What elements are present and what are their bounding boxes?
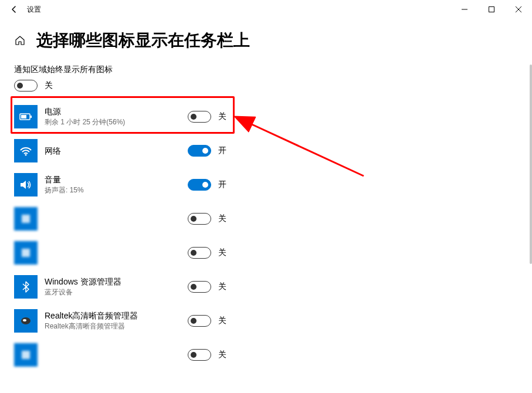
master-toggle-state: 关 [45,80,53,91]
row-subtitle: 蓝牙设备 [45,288,518,297]
svg-rect-9 [22,249,30,257]
row-blur2: 关 [14,236,518,270]
row-blur1: 关 [14,202,518,236]
row-control: 关 [188,315,226,327]
realtek-icon [14,309,38,333]
toggle-blur1[interactable] [188,213,211,225]
bluetooth-icon [14,275,38,299]
row-control: 开 [188,179,226,191]
row-subtitle: Realtek高清晰音频管理器 [45,322,518,331]
row-control: 关 [188,281,226,293]
svg-rect-5 [31,116,32,118]
row-control: 关 [188,349,226,361]
minimize-button[interactable] [451,0,478,19]
row-text: Realtek高清晰音频管理器Realtek高清晰音频管理器 [45,310,518,331]
row-title [45,350,518,360]
back-button[interactable] [2,0,26,19]
page-header: 选择哪些图标显示在任务栏上 [0,19,532,57]
row-title: 音量 [45,174,518,185]
toggle-state-label: 开 [218,179,226,190]
row-title [45,214,518,224]
row-title: 电源 [45,106,518,117]
row-title: 网络 [45,145,518,156]
toggle-state-label: 开 [218,145,226,156]
row-control: 关 [188,213,226,225]
row-text: 音量扬声器: 15% [45,174,518,195]
battery-icon [14,105,38,128]
row-title [45,242,518,253]
row-text: Windows 资源管理器蓝牙设备 [45,276,518,297]
row-text [45,214,518,224]
svg-rect-8 [22,215,30,223]
toggle-blur2[interactable] [188,247,211,259]
home-icon[interactable] [14,35,26,46]
speaker-icon [14,173,38,196]
row-text: 网络 [45,145,518,156]
row-realtek: Realtek高清晰音频管理器Realtek高清晰音频管理器关 [14,304,518,338]
scrollbar[interactable] [530,65,532,264]
icon-list: 电源剩余 1 小时 25 分钟(56%)关网络开音量扬声器: 15%开 关 关W… [14,100,518,372]
row-title: Realtek高清晰音频管理器 [45,310,518,321]
toggle-power[interactable] [188,111,211,123]
generic-icon [14,207,38,231]
toggle-state-label: 关 [218,316,226,326]
row-text [45,242,518,263]
row-control: 关 [188,111,226,123]
toggle-network[interactable] [188,145,211,157]
toggle-blur3[interactable] [188,349,211,361]
row-control: 关 [188,247,226,259]
svg-point-11 [23,319,26,321]
master-toggle-row: 关 [14,80,518,92]
svg-rect-1 [489,7,494,12]
generic-icon [14,241,38,265]
row-blur3: 关 [14,338,518,372]
toggle-state-label: 关 [218,248,226,258]
row-subtitle: 扬声器: 15% [45,186,518,195]
master-toggle-label: 通知区域始终显示所有图标 [14,65,518,75]
row-subtitle [45,254,518,263]
content: 通知区域始终显示所有图标 关 电源剩余 1 小时 25 分钟(56%)关网络开音… [0,57,532,372]
svg-rect-12 [22,351,30,359]
row-control: 开 [188,145,226,157]
toggle-state-label: 关 [218,282,226,292]
toggle-state-label: 关 [218,111,226,122]
row-network: 网络开 [14,134,518,168]
window-controls [451,0,532,19]
window-title: 设置 [27,5,41,15]
generic-icon [14,343,38,367]
svg-point-7 [25,154,27,156]
toggle-state-label: 关 [218,214,226,224]
toggle-explorer[interactable] [188,281,211,293]
row-title: Windows 资源管理器 [45,276,518,287]
close-button[interactable] [505,0,532,19]
row-text [45,350,518,360]
svg-rect-6 [21,115,26,118]
row-subtitle: 剩余 1 小时 25 分钟(56%) [45,118,518,127]
row-explorer: Windows 资源管理器蓝牙设备关 [14,270,518,304]
titlebar: 设置 [0,0,532,19]
row-text: 电源剩余 1 小时 25 分钟(56%) [45,106,518,127]
maximize-button[interactable] [478,0,505,19]
toggle-state-label: 关 [218,350,226,360]
toggle-volume[interactable] [188,179,211,191]
row-power: 电源剩余 1 小时 25 分钟(56%)关 [14,100,518,134]
row-volume: 音量扬声器: 15%开 [14,168,518,202]
page-title: 选择哪些图标显示在任务栏上 [36,29,250,52]
master-toggle[interactable] [14,80,38,92]
wifi-icon [14,139,38,162]
toggle-realtek[interactable] [188,315,211,327]
